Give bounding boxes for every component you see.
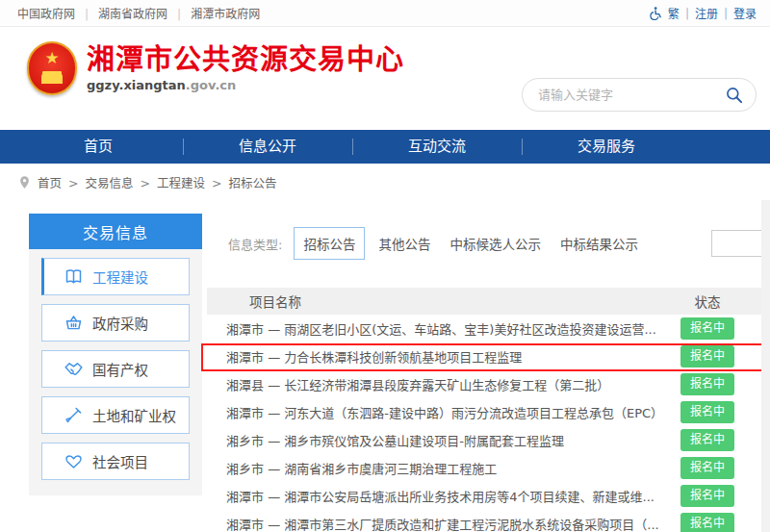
filter-label: 信息类型: [228, 235, 282, 253]
tab-result-publicity[interactable]: 中标结果公示 [560, 234, 638, 253]
sidebar-title: 交易信息 [29, 214, 202, 249]
open-book-icon [64, 266, 84, 287]
list-search: 搜 索 [711, 230, 770, 257]
table-row[interactable]: 湘乡市 — 湘乡市殡仪馆及公墓山建设项目-附属配套工程监理 报名中 2020-0… [207, 426, 770, 454]
project-title-link[interactable]: 湘潭县 — 长江经济带湘潭县段废弃露天矿山生态修复工程（第二批） [226, 375, 663, 393]
sidebar-item-social-projects[interactable]: 社会项目 [41, 443, 190, 480]
national-emblem-icon [27, 41, 77, 95]
divider: | [685, 7, 689, 20]
table-row[interactable]: 湘乡市 — 湖南省湘乡市虞唐河三期治理工程施工 报名中 2020-07-23 [207, 454, 770, 482]
table-row[interactable]: 湘潭县 — 长江经济带湘潭县段废弃露天矿山生态修复工程（第二批） 报名中 202… [207, 370, 770, 398]
breadcrumb-item[interactable]: 首页 [38, 173, 62, 191]
table-body: 湘潭市 — 雨湖区老旧小区(文运、车站路、宝丰)美好社区改造投资建设运营... … [207, 315, 770, 532]
register-link[interactable]: 注册 [695, 5, 718, 21]
breadcrumb-item[interactable]: 工程建设 [134, 173, 206, 191]
sidebar-item-label: 国有产权 [92, 359, 148, 379]
nav-item[interactable]: 信息公开 [183, 130, 352, 164]
column-status: 状态 [663, 291, 752, 311]
handshake-icon [64, 359, 84, 379]
nav-item[interactable]: 首页 [13, 130, 183, 164]
breadcrumb-item[interactable]: 交易信息 [62, 173, 134, 191]
table-row[interactable]: 湘潭市 — 湘潭市公安局岳塘派出所业务技术用房等4个项目续建、新建或维... 报… [207, 482, 770, 510]
sidebar-item-label: 土地和矿业权 [92, 405, 176, 425]
sidebar-item-engineering[interactable]: 工程建设 [41, 258, 190, 295]
traditional-chinese-toggle[interactable]: 繁 [668, 5, 680, 21]
publish-date: 2020-07-27 [752, 349, 770, 364]
publish-date: 2020-07-27 [752, 321, 770, 336]
login-link[interactable]: 登录 [733, 5, 757, 21]
status-badge[interactable]: 报名中 [680, 513, 734, 532]
header-search-input[interactable] [538, 88, 725, 102]
status-badge[interactable]: 报名中 [680, 345, 734, 367]
announcement-table: 项目名称 状态 发布时间 湘潭市 — 雨湖区老旧小区(文运、车站路、宝丰)美好社… [207, 288, 770, 532]
status-badge[interactable]: 报名中 [680, 457, 734, 478]
status-badge[interactable]: 报名中 [680, 485, 734, 506]
sidebar-item-state-assets[interactable]: 国有产权 [41, 350, 190, 388]
status-badge[interactable]: 报名中 [680, 317, 734, 339]
gov-link[interactable]: 湖南省政府网 [75, 5, 167, 21]
status-badge[interactable]: 报名中 [680, 373, 734, 394]
list-search-input[interactable] [711, 230, 770, 257]
project-title-link[interactable]: 湘潭市 — 湘潭市第三水厂提质改造和扩建工程污泥脱水系统设备采购项目（... [226, 515, 663, 532]
sidebar-item-land-mining[interactable]: 土地和矿业权 [41, 396, 190, 434]
column-publish-date: 发布时间 [752, 291, 770, 311]
main-area: 交易信息 工程建设 政府采购 国有产权 土地和矿业权 [0, 200, 770, 532]
column-project-name: 项目名称 [249, 291, 663, 311]
publish-date: 2020-07-24 [752, 405, 770, 419]
site-header: 湘潭市公共资源交易中心 ggzy.xiangtan.gov.cn [0, 27, 770, 130]
table-row[interactable]: 湘潭市 — 力合长株潭科技创新领航基地项目工程监理 报名中 2020-07-27 [207, 342, 770, 370]
gov-link[interactable]: 湘潭市政府网 [167, 5, 260, 21]
publish-date: 2020-07-27 [752, 377, 770, 392]
basket-icon [64, 313, 84, 333]
site-title: 湘潭市公共资源交易中心 [87, 44, 404, 76]
breadcrumb: 首页交易信息工程建设招标公告 [0, 164, 770, 200]
info-type-filter: 信息类型: 招标公告 其他公告 中标候选人公示 中标结果公示 搜 索 [207, 227, 770, 260]
search-icon[interactable] [725, 86, 744, 105]
project-title-link[interactable]: 湘潭市 — 河东大道（东泗路-建设中路）雨污分流改造项目工程总承包（EPC） [226, 403, 663, 421]
category-sidebar: 交易信息 工程建设 政府采购 国有产权 土地和矿业权 [29, 214, 202, 495]
location-pin-icon [17, 175, 32, 190]
publish-date: 2020-07-21 [752, 517, 770, 531]
divider: | [724, 7, 728, 20]
table-row[interactable]: 湘潭市 — 湘潭市第三水厂提质改造和扩建工程污泥脱水系统设备采购项目（... 报… [207, 510, 770, 532]
status-badge[interactable]: 报名中 [680, 401, 734, 422]
table-row[interactable]: 湘潭市 — 河东大道（东泗路-建设中路）雨污分流改造项目工程总承包（EPC） 报… [207, 398, 770, 426]
status-badge[interactable]: 报名中 [680, 429, 734, 450]
account-links: 繁 | 注册 | 登录 [648, 5, 757, 21]
sidebar-item-label: 社会项目 [92, 451, 148, 471]
sidebar-item-label: 政府采购 [92, 313, 148, 333]
shovel-icon [64, 405, 84, 425]
sidebar-item-label: 工程建设 [92, 266, 148, 287]
project-title-link[interactable]: 湘潭市 — 雨湖区老旧小区(文运、车站路、宝丰)美好社区改造投资建设运营... [226, 319, 663, 338]
tab-bid-announcement[interactable]: 招标公告 [294, 227, 365, 260]
gov-link[interactable]: 中国政府网 [17, 5, 75, 21]
gov-links: 中国政府网湖南省政府网湘潭市政府网 [17, 5, 260, 21]
table-row[interactable]: 湘潭市 — 雨湖区老旧小区(文运、车站路、宝丰)美好社区改造投资建设运营... … [207, 315, 770, 342]
tab-other-announcement[interactable]: 其他公告 [378, 234, 430, 253]
project-title-link[interactable]: 湘潭市 — 力合长株潭科技创新领航基地项目工程监理 [226, 347, 663, 366]
primary-nav: 首页信息公开互动交流交易服务 [0, 130, 770, 164]
accessibility-icon[interactable] [648, 6, 662, 20]
nav-item[interactable]: 互动交流 [352, 130, 522, 164]
publish-date: 2020-07-22 [752, 489, 770, 503]
site-domain: ggzy.xiangtan.gov.cn [87, 78, 404, 92]
content-panel: 信息类型: 招标公告 其他公告 中标候选人公示 中标结果公示 搜 索 项目名称 … [207, 200, 770, 532]
top-utility-bar: 中国政府网湖南省政府网湘潭市政府网 繁 | 注册 | 登录 [0, 0, 770, 27]
tab-candidate-publicity[interactable]: 中标候选人公示 [449, 234, 541, 253]
publish-date: 2020-07-23 [752, 461, 770, 475]
project-title-link[interactable]: 湘乡市 — 湖南省湘乡市虞唐河三期治理工程施工 [226, 459, 663, 477]
project-title-link[interactable]: 湘乡市 — 湘乡市殡仪馆及公墓山建设项目-附属配套工程监理 [226, 431, 663, 449]
sidebar-item-procurement[interactable]: 政府采购 [41, 304, 190, 342]
breadcrumb-item[interactable]: 招标公告 [205, 173, 277, 191]
header-search [522, 78, 757, 112]
table-header: 项目名称 状态 发布时间 [207, 288, 770, 315]
heart-icon [64, 451, 84, 471]
nav-item[interactable]: 交易服务 [522, 130, 691, 164]
project-title-link[interactable]: 湘潭市 — 湘潭市公安局岳塘派出所业务技术用房等4个项目续建、新建或维... [226, 487, 663, 505]
publish-date: 2020-07-23 [752, 433, 770, 447]
site-logo[interactable]: 湘潭市公共资源交易中心 ggzy.xiangtan.gov.cn [27, 41, 404, 95]
